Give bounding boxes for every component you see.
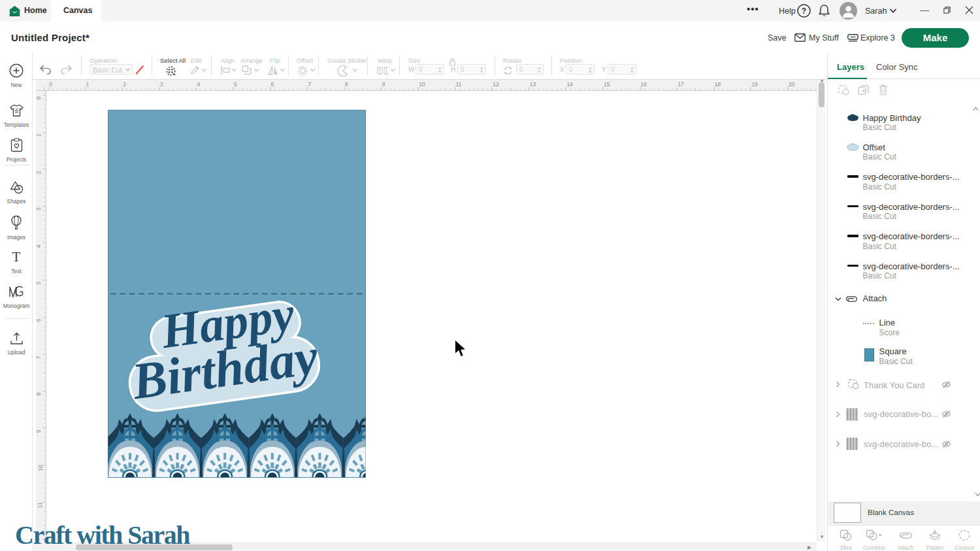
svg-text:?: ? (802, 7, 806, 16)
svg-text:T: T (12, 250, 21, 264)
